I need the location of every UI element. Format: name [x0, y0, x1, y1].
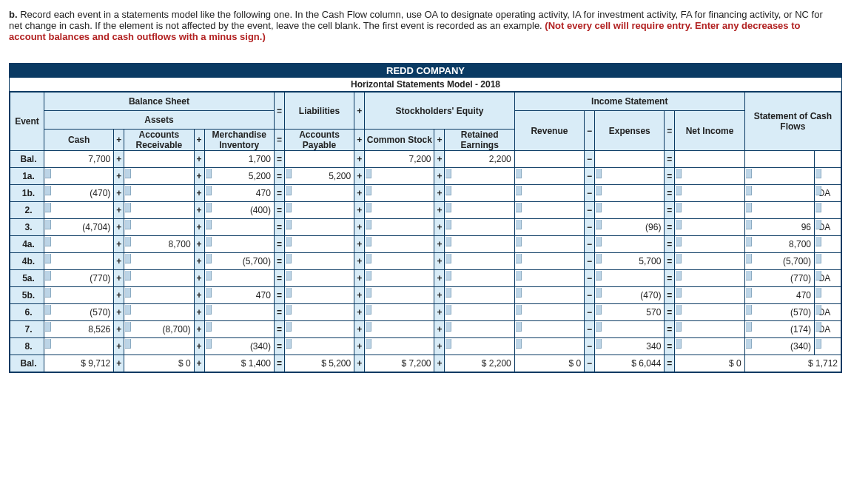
cash-cell[interactable] [44, 253, 114, 270]
cash-cell[interactable]: (570) [44, 304, 114, 321]
rev-cell[interactable] [514, 253, 584, 270]
ni-cell[interactable] [675, 287, 744, 304]
scf-flow-cell[interactable] [815, 202, 841, 219]
inv-cell[interactable] [204, 321, 274, 338]
cash-cell[interactable]: (470) [44, 185, 114, 202]
ni-cell[interactable] [675, 270, 744, 287]
scf-flow-cell[interactable] [815, 287, 841, 304]
scf-amount-cell[interactable]: 96 [744, 219, 814, 236]
inv-cell[interactable]: 5,200 [204, 168, 274, 185]
exp-cell[interactable] [595, 270, 665, 287]
ap-cell[interactable] [284, 304, 354, 321]
cash-cell[interactable] [44, 287, 114, 304]
ar-cell[interactable] [124, 270, 194, 287]
exp-cell[interactable] [595, 168, 665, 185]
scf-flow-cell[interactable] [815, 338, 841, 355]
scf-amount-cell[interactable]: (340) [744, 338, 814, 355]
exp-cell[interactable] [595, 185, 665, 202]
exp-cell[interactable] [595, 202, 665, 219]
ap-cell[interactable] [284, 287, 354, 304]
rev-cell[interactable] [514, 321, 584, 338]
cs-cell[interactable] [365, 304, 434, 321]
scf-amount-cell[interactable]: (770) [744, 270, 814, 287]
re-cell[interactable] [445, 287, 514, 304]
re-cell[interactable] [445, 202, 514, 219]
inv-cell[interactable]: (340) [204, 338, 274, 355]
ap-cell[interactable] [284, 236, 354, 253]
exp-cell[interactable]: 5,700 [595, 253, 665, 270]
rev-cell[interactable] [514, 168, 584, 185]
rev-cell[interactable] [514, 270, 584, 287]
re-cell[interactable] [445, 219, 514, 236]
scf-flow-cell[interactable]: OA [815, 304, 841, 321]
re-cell[interactable] [445, 304, 514, 321]
inv-cell[interactable]: 470 [204, 287, 274, 304]
re-cell[interactable] [445, 321, 514, 338]
ap-cell[interactable] [284, 202, 354, 219]
ni-cell[interactable] [675, 253, 744, 270]
scf-flow-cell[interactable] [815, 168, 841, 185]
re-cell[interactable] [445, 185, 514, 202]
re-cell[interactable] [445, 168, 514, 185]
ar-cell[interactable] [124, 185, 194, 202]
rev-cell[interactable] [514, 219, 584, 236]
exp-cell[interactable]: (470) [595, 287, 665, 304]
exp-cell[interactable] [595, 236, 665, 253]
inv-cell[interactable] [204, 304, 274, 321]
re-cell[interactable] [445, 253, 514, 270]
scf-amount-cell[interactable] [744, 185, 814, 202]
ar-cell[interactable] [124, 287, 194, 304]
rev-cell[interactable] [514, 202, 584, 219]
ar-cell[interactable] [124, 304, 194, 321]
rev-cell[interactable] [514, 185, 584, 202]
ar-cell[interactable] [124, 253, 194, 270]
ap-cell[interactable] [284, 253, 354, 270]
ap-cell[interactable] [284, 270, 354, 287]
ap-cell[interactable] [284, 185, 354, 202]
cash-cell[interactable]: (770) [44, 270, 114, 287]
ap-cell[interactable] [284, 338, 354, 355]
inv-cell[interactable] [204, 236, 274, 253]
cash-cell[interactable] [44, 202, 114, 219]
ar-cell[interactable]: (8,700) [124, 321, 194, 338]
cs-cell[interactable] [365, 168, 434, 185]
re-cell[interactable] [445, 270, 514, 287]
ap-cell[interactable]: 5,200 [284, 168, 354, 185]
ni-cell[interactable] [675, 304, 744, 321]
scf-flow-cell[interactable]: OA [815, 321, 841, 338]
ni-cell[interactable] [675, 321, 744, 338]
rev-cell[interactable] [514, 287, 584, 304]
scf-amount-cell[interactable]: 8,700 [744, 236, 814, 253]
ni-cell[interactable] [675, 168, 744, 185]
inv-cell[interactable]: (400) [204, 202, 274, 219]
rev-cell[interactable] [514, 236, 584, 253]
cash-cell[interactable] [44, 168, 114, 185]
scf-flow-cell[interactable]: OA [815, 185, 841, 202]
ar-cell[interactable] [124, 202, 194, 219]
rev-cell[interactable] [514, 338, 584, 355]
inv-cell[interactable] [204, 219, 274, 236]
ap-cell[interactable] [284, 321, 354, 338]
ni-cell[interactable] [675, 236, 744, 253]
ar-cell[interactable] [124, 168, 194, 185]
ni-cell[interactable] [675, 202, 744, 219]
ar-cell[interactable] [124, 338, 194, 355]
exp-cell[interactable]: 340 [595, 338, 665, 355]
cash-cell[interactable]: (4,704) [44, 219, 114, 236]
cs-cell[interactable] [365, 253, 434, 270]
cs-cell[interactable] [365, 202, 434, 219]
inv-cell[interactable] [204, 270, 274, 287]
scf-flow-cell[interactable]: OA [815, 270, 841, 287]
ni-cell[interactable] [675, 219, 744, 236]
cash-cell[interactable] [44, 338, 114, 355]
ni-cell[interactable] [675, 185, 744, 202]
exp-cell[interactable] [595, 321, 665, 338]
scf-flow-cell[interactable] [815, 236, 841, 253]
ap-cell[interactable] [284, 219, 354, 236]
cs-cell[interactable] [365, 219, 434, 236]
ni-cell[interactable] [675, 338, 744, 355]
exp-cell[interactable]: (96) [595, 219, 665, 236]
cs-cell[interactable] [365, 321, 434, 338]
cs-cell[interactable] [365, 236, 434, 253]
scf-amount-cell[interactable]: (570) [744, 304, 814, 321]
